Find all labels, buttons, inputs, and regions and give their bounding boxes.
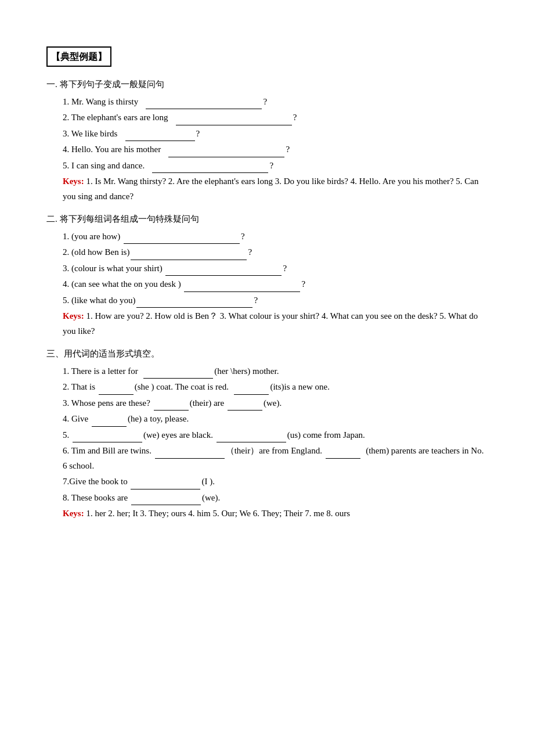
section1-keys: Keys: 1. Is Mr. Wang thirsty? 2. Are the… (46, 174, 488, 204)
section1-item3: 3. We like birds ? (63, 127, 488, 142)
section2-item1: 1. (you are how) ? (63, 229, 488, 244)
section3-item5: 5. (we) eyes are black. (us) come from J… (63, 428, 488, 443)
section2-items: 1. (you are how) ? 2. (old how Ben is)? … (46, 229, 488, 308)
section3: 三、用代词的适当形式填空。 1. There is a letter for (… (46, 347, 488, 521)
section3-keys: Keys: 1. her 2. her; It 3. They; ours 4.… (46, 506, 488, 521)
section1-item2: 2. The elephant's ears are long ? (63, 110, 488, 125)
section1-item4: 4. Hello. You are his mother ? (63, 142, 488, 157)
section1: 一. 将下列句子变成一般疑问句 1. Mr. Wang is thirsty ?… (46, 77, 488, 204)
section2-item2: 2. (old how Ben is)? (63, 245, 488, 260)
section3-item3: 3. Whose pens are these? (their) are (we… (63, 396, 488, 411)
section2-item5: 5. (like what do you)? (63, 293, 488, 308)
section1-heading: 一. 将下列句子变成一般疑问句 (46, 77, 488, 92)
page-title: 【典型例题】 (46, 46, 488, 71)
main-content: 【典型例题】 一. 将下列句子变成一般疑问句 1. Mr. Wang is th… (46, 46, 488, 521)
section3-heading: 三、用代词的适当形式填空。 (46, 347, 488, 362)
section3-item7: 7.Give the book to (I ). (63, 474, 488, 489)
section3-item8: 8. These books are (we). (63, 491, 488, 506)
section2-heading: 二. 将下列每组词各组成一句特殊疑问句 (46, 212, 488, 227)
section2-item4: 4. (can see what the on you desk ) ? (63, 277, 488, 292)
section3-item4: 4. Give (he) a toy, please. (63, 412, 488, 427)
section3-item1: 1. There is a letter for (her \hers) mot… (63, 364, 488, 379)
section2-keys: Keys: 1. How are you? 2. How old is Ben？… (46, 309, 488, 339)
section3-items: 1. There is a letter for (her \hers) mot… (46, 364, 488, 506)
section3-item2: 2. That is (she ) coat. The coat is red.… (63, 380, 488, 395)
section1-item1: 1. Mr. Wang is thirsty ? (63, 95, 488, 110)
section2: 二. 将下列每组词各组成一句特殊疑问句 1. (you are how) ? 2… (46, 212, 488, 339)
section1-items: 1. Mr. Wang is thirsty ? 2. The elephant… (46, 95, 488, 174)
section2-item3: 3. (colour is what your shirt) ? (63, 261, 488, 276)
section1-item5: 5. I can sing and dance. ? (63, 159, 488, 174)
section3-item6: 6. Tim and Bill are twins. （their）are fr… (63, 444, 488, 473)
